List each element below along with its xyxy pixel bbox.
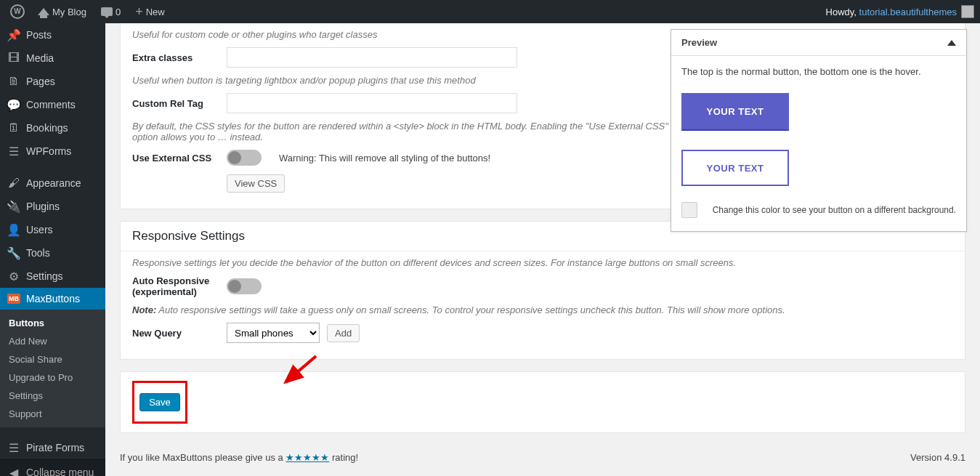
preview-collapse-icon[interactable] [947,40,956,46]
rating-link[interactable]: ★★★★★ [286,452,329,463]
forms-icon: ☰ [7,441,20,454]
wp-logo-menu[interactable] [6,4,29,19]
submenu-buttons[interactable]: Buttons [0,314,105,332]
sidebar-item-users[interactable]: 👤Users [0,218,105,241]
sidebar-item-comments[interactable]: 💬Comments [0,93,105,116]
responsive-panel: Responsive Settings Responsive settings … [120,221,965,360]
preview-title: Preview [681,37,717,48]
howdy-username: tutorial.beautifulthemes [859,7,957,17]
auto-responsive-label: Auto Responsive(experimental) [132,275,227,297]
sidebar-item-settings[interactable]: ⚙Settings [0,265,105,288]
use-external-toggle[interactable] [227,150,262,166]
brush-icon: 🖌 [7,177,20,190]
wordpress-icon [10,4,25,19]
extra-classes-input[interactable] [227,47,517,68]
use-external-desc: By default, the CSS styles for the butto… [132,118,670,145]
sidebar-item-bookings[interactable]: 🗓Bookings [0,116,105,140]
site-name: My Blog [52,7,86,17]
new-label: New [146,7,165,17]
preview-hint-color: Change this color to see your button on … [713,205,956,215]
custom-rel-input[interactable] [227,93,517,113]
save-section: Save [120,371,965,433]
submenu-upgrade[interactable]: Upgrade to Pro [0,368,105,387]
submenu-social-share[interactable]: Social Share [0,350,105,368]
comment-icon [101,7,113,16]
sidebar-item-wpforms[interactable]: ☰WPForms [0,140,105,163]
user-icon: 👤 [7,223,20,236]
sidebar-item-appearance[interactable]: 🖌Appearance [0,172,105,195]
preview-hint-top: The top is the normal button, the bottom… [681,66,956,77]
save-highlight-box: Save [132,381,187,424]
new-content-link[interactable]: + New [129,5,171,18]
sidebar-item-media[interactable]: 🎞Media [0,47,105,70]
use-external-label: Use External CSS [132,153,227,164]
submenu-settings[interactable]: Settings [0,387,105,405]
view-css-button[interactable]: View CSS [227,174,285,193]
sidebar-item-pages[interactable]: 🗎Pages [0,70,105,93]
auto-responsive-note: Note: Auto responsive settings will take… [132,302,953,318]
pin-icon: 📌 [7,28,20,41]
plug-icon: 🔌 [7,200,20,213]
comments-count: 0 [116,7,121,17]
sidebar-item-maxbuttons[interactable]: MBMaxButtons [0,288,105,310]
footer-rating-text: If you like MaxButtons please give us a … [120,452,358,463]
auto-responsive-toggle[interactable] [227,278,262,294]
comments-link[interactable]: 0 [95,7,126,17]
custom-rel-label: Custom Rel Tag [132,98,227,109]
footer: If you like MaxButtons please give us a … [120,445,965,463]
use-external-warning: Warning: This will remove all styling of… [279,153,490,164]
submenu-support[interactable]: Support [0,405,105,423]
admin-toolbar: My Blog 0 + New Howdy, tutorial.beautifu… [0,0,980,23]
visit-site-link[interactable]: My Blog [32,7,92,17]
plus-icon: + [135,5,143,18]
howdy-text[interactable]: Howdy, tutorial.beautifulthemes [826,7,957,17]
admin-sidebar: 📌Posts 🎞Media 🗎Pages 💬Comments 🗓Bookings… [0,23,105,476]
sidebar-item-plugins[interactable]: 🔌Plugins [0,195,105,218]
sidebar-item-pirate-forms[interactable]: ☰Pirate Forms [0,436,105,459]
new-query-label: New Query [132,328,227,339]
submenu-add-new[interactable]: Add New [0,332,105,350]
collapse-menu[interactable]: ◀Collapse menu [0,459,105,476]
wrench-icon: 🔧 [7,246,20,259]
preview-panel: Preview The top is the normal button, th… [671,29,967,232]
extra-classes-label: Extra classes [132,52,227,63]
new-query-select[interactable]: Small phones [227,323,320,343]
footer-version: Version 4.9.1 [910,452,965,463]
maxbuttons-icon: MB [7,294,20,304]
add-query-button[interactable]: Add [327,324,360,342]
gear-icon: ⚙ [7,270,20,283]
avatar[interactable] [961,5,974,18]
save-button[interactable]: Save [139,393,180,411]
preview-button-normal: YOUR TEXT [681,93,789,129]
preview-bg-color[interactable] [681,202,697,218]
form-icon: ☰ [7,145,20,158]
home-icon [38,8,49,15]
responsive-desc: Responsive settings let you decide the b… [132,254,953,271]
comment-icon: 💬 [7,98,20,111]
sidebar-submenu-maxbuttons: Buttons Add New Social Share Upgrade to … [0,310,105,427]
page-icon: 🗎 [7,75,20,88]
sidebar-item-posts[interactable]: 📌Posts [0,23,105,47]
sidebar-item-tools[interactable]: 🔧Tools [0,241,105,265]
media-icon: 🎞 [7,52,20,65]
collapse-icon: ◀ [7,466,20,476]
preview-button-hover: YOUR TEXT [681,150,789,186]
calendar-icon: 🗓 [7,121,20,134]
